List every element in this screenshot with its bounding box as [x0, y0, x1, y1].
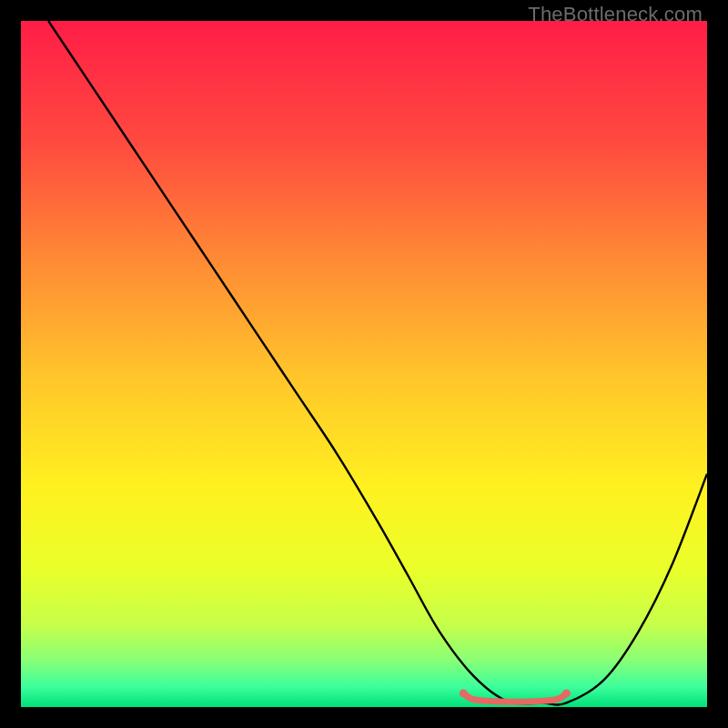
chart-svg — [21, 21, 707, 707]
gradient-bg — [21, 21, 707, 707]
min-left-dot — [460, 689, 468, 697]
watermark-text: TheBottleneck.com — [528, 3, 703, 26]
chart-frame — [21, 21, 707, 707]
min-right-dot — [562, 689, 571, 697]
